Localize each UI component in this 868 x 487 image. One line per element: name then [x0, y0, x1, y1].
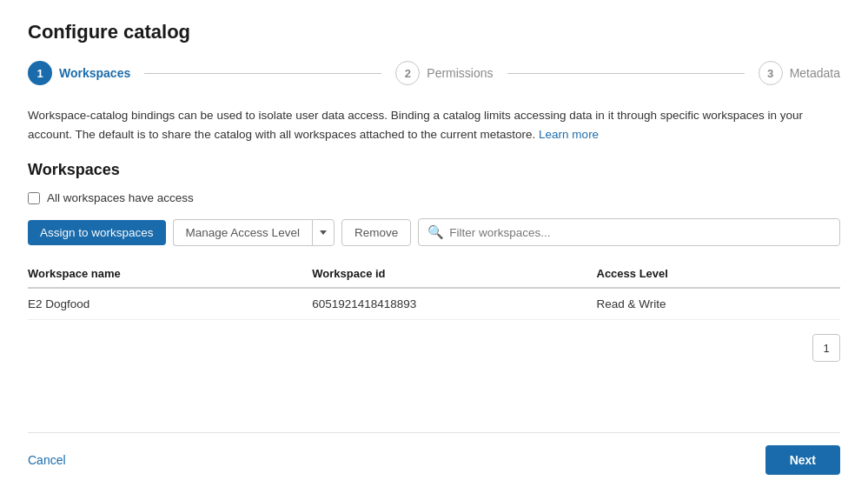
- cell-workspace-name: E2 Dogfood: [28, 288, 312, 320]
- stepper: 1 Workspaces 2 Permissions 3 Metadata: [28, 61, 840, 85]
- step-2-circle: 2: [395, 61, 420, 85]
- chevron-down-icon: [320, 230, 327, 235]
- all-workspaces-checkbox-row: All workspaces have access: [28, 191, 840, 204]
- step-workspaces: 1 Workspaces: [28, 61, 130, 85]
- workspaces-section-title: Workspaces: [28, 161, 840, 179]
- assign-to-workspaces-button[interactable]: Assign to workspaces: [28, 220, 166, 245]
- remove-button[interactable]: Remove: [341, 219, 411, 246]
- filter-workspaces-search-box: 🔍: [418, 218, 840, 246]
- all-workspaces-checkbox[interactable]: [28, 192, 40, 204]
- table-header-row: Workspace name Workspace id Access Level: [28, 260, 840, 288]
- toolbar: Assign to workspaces Manage Access Level…: [28, 218, 840, 246]
- cell-access-level: Read & Write: [597, 288, 841, 320]
- step-2-label: Permissions: [427, 66, 493, 80]
- step-permissions: 2 Permissions: [395, 61, 493, 85]
- col-header-workspace-name: Workspace name: [28, 260, 312, 288]
- learn-more-link[interactable]: Learn more: [539, 128, 599, 141]
- page-1-button[interactable]: 1: [812, 334, 840, 362]
- step-3-circle: 3: [759, 61, 783, 85]
- page-title: Configure catalog: [28, 21, 840, 43]
- filter-workspaces-input[interactable]: [449, 226, 831, 239]
- cancel-button[interactable]: Cancel: [28, 448, 66, 472]
- col-header-access-level: Access Level: [597, 260, 841, 288]
- step-1-circle: 1: [28, 61, 52, 85]
- step-metadata: 3 Metadata: [759, 61, 840, 85]
- workspaces-table: Workspace name Workspace id Access Level…: [28, 260, 840, 320]
- cell-workspace-id: 6051921418418893: [312, 288, 596, 320]
- step-3-label: Metadata: [790, 66, 840, 80]
- page-container: Configure catalog 1 Workspaces 2 Permiss…: [0, 0, 868, 487]
- manage-access-dropdown-arrow[interactable]: [312, 219, 335, 246]
- manage-access-level-button[interactable]: Manage Access Level: [173, 219, 312, 246]
- description-text: Workspace-catalog bindings can be used t…: [28, 106, 840, 143]
- table-body: E2 Dogfood 6051921418418893 Read & Write: [28, 288, 840, 320]
- all-workspaces-label[interactable]: All workspaces have access: [47, 191, 194, 204]
- footer: Cancel Next: [28, 432, 840, 487]
- pagination-row: 1: [28, 334, 840, 362]
- table-row: E2 Dogfood 6051921418418893 Read & Write: [28, 288, 840, 320]
- step-1-label: Workspaces: [59, 66, 130, 80]
- step-connector-2: [507, 73, 745, 74]
- search-icon: 🔍: [427, 224, 444, 240]
- manage-access-split-button: Manage Access Level: [173, 219, 335, 246]
- col-header-workspace-id: Workspace id: [312, 260, 596, 288]
- step-connector-1: [144, 73, 381, 74]
- next-button[interactable]: Next: [765, 445, 840, 475]
